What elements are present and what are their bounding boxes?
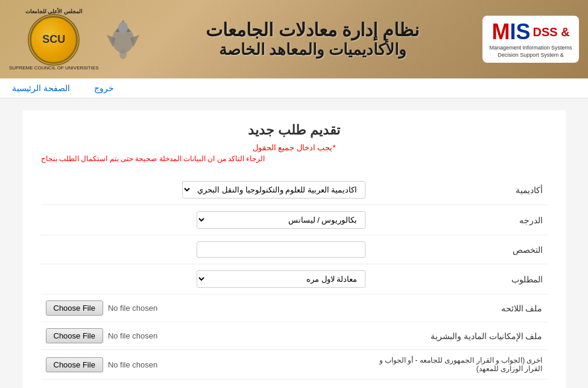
mis-text: MIS (492, 19, 530, 45)
dss-text: & DSS (533, 25, 569, 39)
main-content: تقديم طلب جديد *يجب ادخال جميع الحقول ال… (23, 110, 566, 388)
form-row-degree: الدرجه بكالوريوس / ليسانس (41, 205, 548, 235)
input-cell-request: معادلة لاول مره (41, 264, 370, 294)
header: & DSS MIS Management Information Systems… (0, 0, 588, 78)
choose-file-capabilities-button[interactable]: Choose File (46, 328, 103, 343)
svg-point-5 (119, 49, 127, 59)
specialization-input[interactable] (197, 241, 365, 258)
scu-badge: SCU (30, 16, 78, 64)
degree-select[interactable]: بكالوريوس / ليسانس (197, 211, 365, 229)
header-center: نظام إدارة معادلات الجامعات والأكاديميات… (143, 19, 482, 59)
header-title-main: نظام إدارة معادلات الجامعات (143, 19, 482, 40)
form-row-specialization: التخصص (41, 235, 548, 264)
info-note: الرجاء التاكد من ان البيانات المدخلة صحي… (41, 154, 548, 163)
no-file-other-text: No file chosen (108, 360, 157, 369)
label-specialization: التخصص (370, 235, 548, 264)
input-cell-file-regulation: Choose File No file chosen (41, 294, 370, 322)
file-capabilities-wrapper: Choose File No file chosen (46, 328, 365, 343)
header-title-sub: والأكاديميات والمعاهد الخاصة (143, 40, 482, 59)
label-file-capabilities: ملف الإمكانيات المادية والبشرية (370, 322, 548, 350)
mis-subtitle-1: Management Information Systems (489, 45, 572, 52)
logout-link[interactable]: خروج (94, 83, 114, 93)
request-type-select[interactable]: معادلة لاول مره (197, 270, 365, 288)
page-title: تقديم طلب جديد (41, 122, 548, 138)
academy-select[interactable]: اكاديمية العربية للعلوم والتكنولوجيا وال… (182, 181, 365, 199)
scu-top-text: المجلس الأعلى للجامعات (25, 8, 83, 14)
choose-file-regulation-button[interactable]: Choose File (46, 301, 103, 316)
required-note: *يجب ادخال جميع الحقول (41, 143, 548, 152)
scu-badge-container: المجلس الأعلى للجامعات SCU SUPREME COUNC… (9, 8, 99, 71)
logo-right: المجلس الأعلى للجامعات SCU SUPREME COUNC… (9, 8, 143, 71)
file-other-wrapper: Choose File No file chosen (46, 357, 365, 372)
label-file-regulation: ملف اللائحه (370, 294, 548, 322)
mis-subtitle-2: & Decision Support System (498, 52, 564, 59)
input-cell-specialization (41, 235, 370, 264)
navbar: خروج الصفحة الرئيسية (0, 78, 588, 98)
form-row-request: المطلوب معادلة لاول مره (41, 264, 548, 294)
no-file-capabilities-text: No file chosen (108, 331, 157, 340)
no-file-regulation-text: No file chosen (108, 304, 157, 313)
scu-bottom-text: SUPREME COUNCIL OF UNIVERSITIES (9, 65, 99, 71)
eagle-icon (104, 17, 143, 62)
mis-logo: & DSS MIS Management Information Systems… (482, 16, 579, 62)
label-file-other: اخرى (الجواب و القرار الجمهورى للجامعه -… (370, 350, 548, 380)
input-cell-file-capabilities: Choose File No file chosen (41, 322, 370, 350)
form-row-file-other: اخرى (الجواب و القرار الجمهورى للجامعه -… (41, 350, 548, 380)
form-row-file-regulation: ملف اللائحه Choose File No file chosen (41, 294, 548, 322)
form-table: أكاديمية اكاديمية العربية للعلوم والتكنو… (41, 175, 548, 380)
input-cell-file-other: Choose File No file chosen (41, 350, 370, 380)
label-request: المطلوب (370, 264, 548, 294)
input-cell-degree: بكالوريوس / ليسانس (41, 205, 370, 235)
label-degree: الدرجه (370, 205, 548, 235)
svg-point-2 (118, 22, 128, 34)
form-row-file-capabilities: ملف الإمكانيات المادية والبشرية Choose F… (41, 322, 548, 350)
scu-ring (28, 14, 80, 66)
file-regulation-wrapper: Choose File No file chosen (46, 301, 365, 316)
form-row-academy: أكاديمية اكاديمية العربية للعلوم والتكنو… (41, 175, 548, 205)
label-academy: أكاديمية (370, 175, 548, 205)
choose-file-other-button[interactable]: Choose File (46, 357, 103, 372)
home-link[interactable]: الصفحة الرئيسية (12, 83, 70, 93)
logo-left: & DSS MIS Management Information Systems… (482, 16, 579, 62)
input-cell-academy: اكاديمية العربية للعلوم والتكنولوجيا وال… (41, 175, 370, 205)
